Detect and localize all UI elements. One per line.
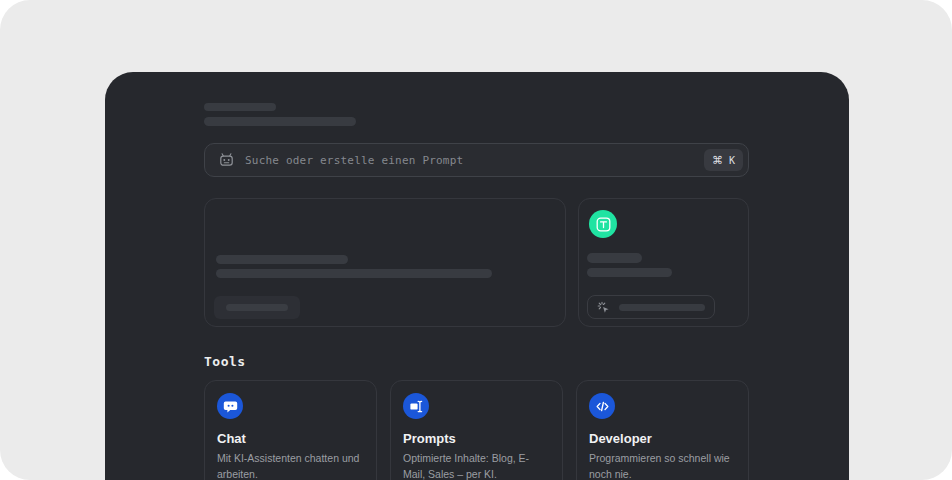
tool-description: Mit KI-Assistenten chatten und arbeiten. bbox=[217, 451, 364, 480]
main-content: ⌘ K bbox=[204, 72, 749, 480]
skeleton-line bbox=[216, 269, 492, 278]
tools-section-heading: Tools bbox=[204, 354, 749, 369]
t-badge-icon bbox=[595, 216, 612, 233]
skeleton-button[interactable] bbox=[214, 296, 300, 319]
robot-icon bbox=[218, 152, 235, 169]
tools-row: Chat Mit KI-Assistenten chatten und arbe… bbox=[204, 380, 749, 480]
skeleton-heading bbox=[204, 103, 276, 111]
tool-card-chat[interactable]: Chat Mit KI-Assistenten chatten und arbe… bbox=[204, 380, 377, 480]
chat-icon-circle bbox=[217, 393, 243, 419]
overview-row bbox=[204, 198, 749, 327]
tool-description: Optimierte Inhalte: Blog, E-Mail, Sales … bbox=[403, 451, 550, 480]
command-icon: ⌘ bbox=[712, 154, 723, 167]
prompts-icon-circle bbox=[403, 393, 429, 419]
skeleton-button-label bbox=[226, 304, 288, 311]
code-icon bbox=[595, 399, 610, 414]
shortcut-key-label: K bbox=[729, 155, 735, 166]
tool-title: Developer bbox=[589, 431, 736, 446]
trial-action-button[interactable] bbox=[587, 295, 715, 319]
prompt-search-bar[interactable]: ⌘ K bbox=[204, 143, 749, 177]
loading-info-card bbox=[204, 198, 566, 327]
trial-badge bbox=[589, 210, 617, 238]
keyboard-shortcut-badge: ⌘ K bbox=[704, 149, 743, 171]
skeleton-line bbox=[216, 255, 348, 264]
skeleton-line bbox=[587, 268, 672, 277]
cursor-click-icon bbox=[597, 301, 610, 314]
skeleton-button-label bbox=[619, 304, 705, 311]
developer-icon-circle bbox=[589, 393, 615, 419]
tool-card-developer[interactable]: Developer Programmieren so schnell wie n… bbox=[576, 380, 749, 480]
page-background: ⌘ K bbox=[0, 0, 952, 480]
prompt-search-input[interactable] bbox=[245, 154, 704, 167]
tool-card-prompts[interactable]: Prompts Optimierte Inhalte: Blog, E-Mail… bbox=[390, 380, 563, 480]
text-cursor-icon bbox=[409, 399, 424, 414]
chat-bubble-icon bbox=[223, 399, 238, 414]
tool-title: Chat bbox=[217, 431, 364, 446]
trial-status-card bbox=[578, 198, 749, 327]
tool-title: Prompts bbox=[403, 431, 550, 446]
skeleton-subheading bbox=[204, 117, 356, 126]
tool-description: Programmieren so schnell wie noch nie. bbox=[589, 451, 736, 480]
app-panel: ⌘ K bbox=[105, 72, 849, 480]
skeleton-line bbox=[587, 253, 642, 263]
